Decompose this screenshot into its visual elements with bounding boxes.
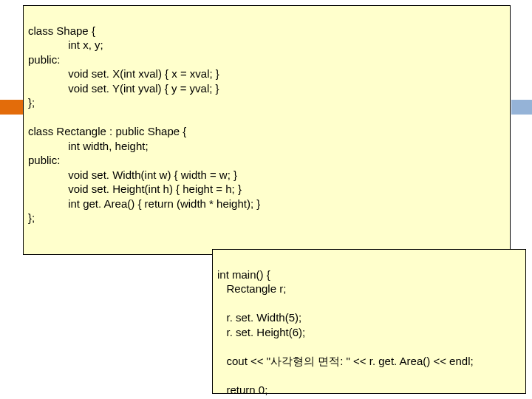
- code-line: r. set. Height(6);: [217, 326, 305, 338]
- code-line: int width, height;: [28, 140, 149, 152]
- code-line: };: [28, 211, 35, 224]
- code-line: void set. X(int xval) { x = xval; }: [28, 67, 219, 80]
- code-line: Rectangle r;: [217, 282, 286, 295]
- code-line: r. set. Width(5);: [217, 311, 301, 324]
- code-line: int x, y;: [28, 38, 103, 51]
- code-line: class Rectangle : public Shape {: [28, 125, 186, 137]
- code-box-main: int main() { Rectangle r; r. set. Width(…: [212, 249, 526, 394]
- code-line: class Shape {: [28, 24, 95, 37]
- accent-stripe-left: [0, 100, 26, 115]
- code-line: void set. Y(int yval) { y = yval; }: [28, 82, 219, 95]
- code-line: int main() {: [217, 268, 270, 281]
- code-line: int get. Area() { return (width * height…: [28, 197, 260, 210]
- code-line: cout << "사각형의 면적: " << r. get. Area() <<…: [217, 355, 474, 367]
- code-line: void set. Height(int h) { height = h; }: [28, 183, 242, 195]
- code-line: public:: [28, 53, 60, 66]
- code-line: void set. Width(int w) { width = w; }: [28, 168, 237, 181]
- code-line: };: [28, 96, 35, 109]
- code-line: public:: [28, 154, 60, 166]
- code-box-classes: class Shape { int x, y; public: void set…: [23, 5, 511, 255]
- accent-stripe-right: [511, 100, 532, 115]
- code-line: return 0;: [217, 383, 267, 396]
